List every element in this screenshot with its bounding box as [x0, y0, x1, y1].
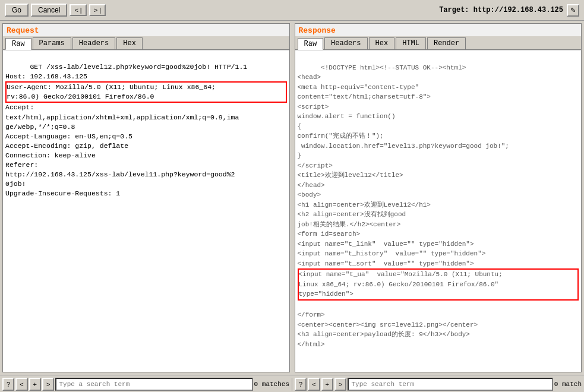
toolbar-left: Go Cancel < | > | [5, 4, 106, 17]
user-agent-highlight: User-Agent: Mozilla/5.0 (X11; Ubuntu; Li… [5, 81, 287, 103]
request-help-button[interactable]: ? [2, 378, 14, 391]
response-line-25: </form> [298, 311, 325, 318]
tab-response-hex[interactable]: Hex [369, 37, 395, 49]
response-line-13: </head> [298, 182, 325, 189]
request-search-next[interactable]: + [29, 378, 41, 391]
response-line-12: <title>欢迎到level12</title> [298, 172, 403, 179]
tab-response-headers[interactable]: Headers [324, 37, 367, 49]
request-search-input[interactable] [55, 378, 252, 391]
request-match-count: 0 matches [254, 381, 289, 388]
response-line-26: <center><center><img src=level12.png></c… [298, 321, 478, 328]
response-match-count: 0 match [554, 381, 582, 388]
tab-request-raw[interactable]: Raw [5, 38, 31, 50]
response-line-28: </html> [298, 341, 325, 348]
back-button[interactable]: < | [70, 4, 86, 16]
response-line-11: </script> [298, 162, 333, 169]
target-label: Target: http://192.168.43.125 [439, 6, 563, 14]
response-line-2: <head> [298, 74, 321, 81]
response-line-18: <form id=search> [298, 230, 361, 238]
response-line-17: job!相关的结果.</h2><center> [298, 221, 401, 228]
forward-button[interactable]: > | [89, 4, 106, 16]
response-search-next2[interactable]: > [334, 378, 346, 391]
response-panel: Response Raw Headers Hex HTML Render <!D… [295, 23, 582, 372]
response-line-5: <script> [298, 103, 329, 110]
tab-request-params[interactable]: Params [33, 37, 71, 49]
response-line-27: <h3 align=center>payload的长度: 9</h3></bod… [298, 331, 470, 338]
response-line-20: <input name="t_history" value="" type="h… [298, 250, 486, 257]
request-search-bar: ? < + > 0 matches [0, 378, 292, 391]
response-search-input[interactable] [348, 378, 553, 391]
response-line-7: { [298, 123, 302, 130]
response-search-bar: ? < + > 0 match [292, 378, 584, 391]
go-button[interactable]: Go [5, 4, 29, 17]
response-line-21: <input name="t_sort" value="" type="hidd… [298, 260, 474, 267]
response-ua-highlight: <input name="t_ua" value="Mozilla/5.0 (X… [298, 268, 579, 301]
response-line-1: <!DOCTYPE html><!--STATUS OK--><html> [321, 64, 466, 71]
request-panel: Request Raw Params Headers Hex GET /xss-… [2, 23, 290, 372]
response-line-8: confirm("完成的不错！"); [298, 132, 384, 140]
response-line-15: <h1 align=center>欢迎到Level12</h1> [298, 201, 431, 208]
response-search-prev[interactable]: < [308, 378, 320, 391]
request-panel-title: Request [3, 24, 289, 36]
request-first-line: GET /xss-lab/level12.php?keyword=good%20… [5, 63, 247, 80]
panels: Request Raw Params Headers Hex GET /xss-… [0, 21, 584, 375]
response-search-next[interactable]: + [321, 378, 333, 391]
response-line-9: window.location.href="level13.php?keywor… [298, 143, 509, 150]
response-line-3: <meta http-equiv="content-type" [298, 84, 419, 91]
tab-response-render[interactable]: Render [427, 37, 466, 49]
request-tabs: Raw Params Headers Hex [3, 36, 289, 50]
request-content[interactable]: GET /xss-lab/level12.php?keyword=good%20… [3, 50, 289, 372]
tab-response-raw[interactable]: Raw [298, 38, 324, 50]
response-line-16: <h2 align=center>没有找到good [298, 211, 406, 218]
response-panel-title: Response [295, 24, 582, 36]
response-help-button[interactable]: ? [295, 378, 307, 391]
tab-request-headers[interactable]: Headers [72, 37, 115, 49]
toolbar-right: Target: http://192.168.43.125 ✎ [439, 4, 579, 17]
response-line-19: <input name="t_link" value="" type="hidd… [298, 241, 474, 248]
main-toolbar: Go Cancel < | > | Target: http://192.168… [0, 0, 584, 21]
request-search-prev[interactable]: < [15, 378, 27, 391]
tab-request-hex[interactable]: Hex [116, 37, 143, 49]
response-line-10: } [298, 152, 302, 159]
response-tabs: Raw Headers Hex HTML Render [295, 36, 582, 50]
tab-response-html[interactable]: HTML [396, 37, 426, 49]
cancel-button[interactable]: Cancel [31, 4, 67, 17]
request-search-next2[interactable]: > [42, 378, 54, 391]
response-line-14: <body> [298, 191, 321, 198]
target-edit-button[interactable]: ✎ [567, 4, 579, 17]
bottom-bar: ? < + > 0 matches ? < + > 0 match [0, 375, 584, 392]
response-line-4: content="text/html;charset=utf-8"> [298, 93, 431, 100]
request-rest: Accept: text/html,application/xhtml+xml,… [5, 103, 239, 197]
response-line-6: window.alert = function() [298, 113, 396, 120]
response-content[interactable]: <!DOCTYPE html><!--STATUS OK--><html> <h… [295, 50, 582, 372]
